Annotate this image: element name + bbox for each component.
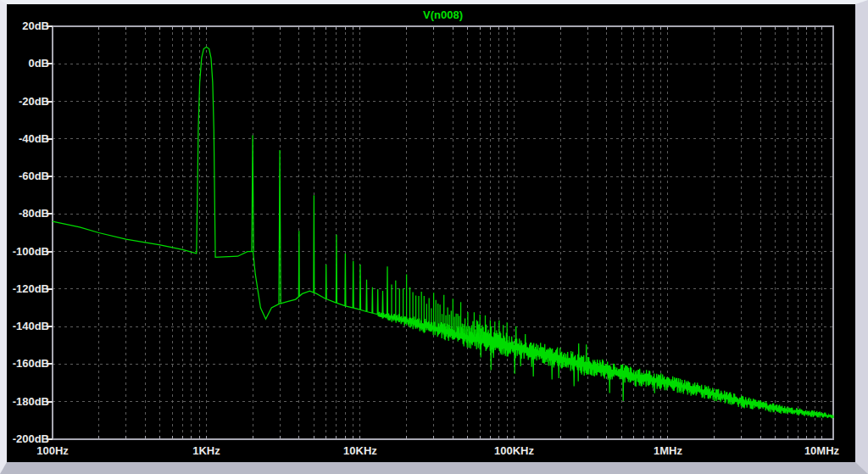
grid-lines: [53, 26, 833, 439]
y-axis-label: -140dB: [7, 321, 49, 332]
y-axis-label: 0dB: [7, 58, 49, 70]
y-axis-label: -40dB: [7, 133, 49, 145]
fft-chart-svg: [7, 4, 855, 462]
x-axis-label: 10MHz: [783, 444, 860, 457]
y-axis-label: -80dB: [7, 208, 49, 220]
x-axis-label: 100Hz: [14, 444, 91, 457]
plot-area[interactable]: [53, 26, 833, 439]
y-axis-label: -100dB: [7, 246, 49, 258]
y-axis-label: -120dB: [7, 283, 49, 295]
fft-trace[interactable]: [53, 47, 833, 418]
x-axis-label: 1KHz: [168, 444, 244, 457]
x-axis-label: 100KHz: [476, 444, 552, 457]
y-tick-marks: [47, 26, 53, 439]
y-axis-label: -180dB: [7, 396, 49, 408]
y-axis-label: -20dB: [7, 96, 49, 108]
plot-pane: V(n008) 20dB0dB-20dB-40dB-60dB-80dB-100d…: [0, 0, 868, 474]
y-axis-label: -200dB: [7, 433, 49, 445]
x-axis-label: 10KHz: [322, 444, 398, 457]
axis-tick-marks: [99, 26, 822, 439]
y-axis-label: -160dB: [7, 358, 49, 370]
y-axis-label: 20dB: [7, 20, 49, 32]
x-axis-label: 1MHz: [630, 444, 706, 457]
y-axis-label: -60dB: [7, 170, 49, 182]
